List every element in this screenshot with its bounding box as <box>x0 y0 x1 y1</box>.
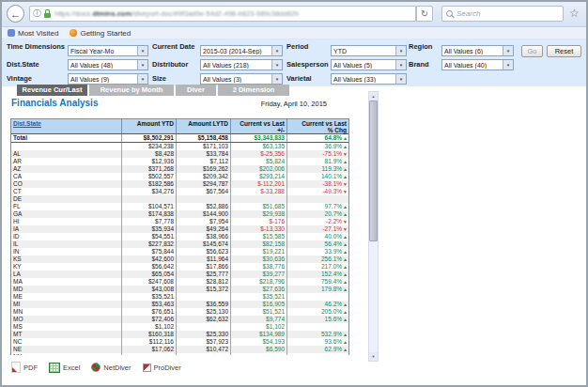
cell-amount-lytd: $144,900 <box>177 210 231 218</box>
table-row-fl: FL$104,571$52,886$51,68597.7%▲ <box>11 203 348 210</box>
bookmark-item-most-visited[interactable]: Most Visited <box>8 29 58 38</box>
cell-pct-chg: 93.6%▲ <box>287 338 348 346</box>
filter-label-size: Size <box>152 75 199 84</box>
browser-window: ← ⓘ https://docs.dimins.com/diveport-doc… <box>0 0 588 387</box>
url-bar[interactable]: ⓘ https://docs.dimins.com/diveport-doc/#… <box>29 6 416 22</box>
export-pdf[interactable]: PDF <box>11 362 38 373</box>
pct-value: 152.4% <box>321 271 342 278</box>
cell-pct-chg: 81.9%▲ <box>287 158 348 165</box>
cell-amount-lytd: $11,964 <box>177 255 231 263</box>
filter-size-dropdown[interactable]: All Values (3)▼ <box>200 73 283 85</box>
filter-current-date-dropdown[interactable]: 2015-03 (2014-Sep)▼ <box>200 45 283 56</box>
vertical-scrollbar[interactable]: ▲ ▼ <box>368 91 379 362</box>
cell-pct-chg: 56.4%▲ <box>287 240 348 248</box>
pct-value: 97.7% <box>325 203 342 210</box>
filter-distributor-dropdown[interactable]: All Values (218)▼ <box>200 59 283 70</box>
cell-pct-chg: 152.4%▲ <box>287 271 348 278</box>
cell-amount-ytd: $35,521 <box>122 293 177 301</box>
cell-amount-ytd: $12,936 <box>122 158 177 165</box>
cell-diff: $-25,356 <box>231 150 287 158</box>
export-excel[interactable]: Excel <box>49 363 80 373</box>
chevron-down-icon: ▼ <box>271 60 282 70</box>
filter-label-varietal: Varietal <box>286 75 332 84</box>
table-row-nc: NC$112,116$57,923$54,19393.6%▲ <box>11 338 348 346</box>
cell-pct-chg: 119.3%▲ <box>287 165 348 173</box>
filter-label-time-dimensions: Time Dimensions <box>7 43 67 52</box>
cell-state: MI <box>11 301 122 308</box>
cell-amount-lytd <box>177 293 231 301</box>
cell-pct-chg: 532.9%▲ <box>287 331 348 338</box>
getting-started-icon <box>70 29 77 37</box>
netdiver-icon <box>91 363 101 372</box>
cell-state: IN <box>11 248 122 255</box>
tab-2-dimension[interactable]: 2 Dimension <box>218 85 289 96</box>
scroll-up-arrow[interactable]: ▲ <box>369 92 378 101</box>
filter-brand-dropdown[interactable]: All Values (40)▼ <box>441 59 514 70</box>
cell-diff: $-112,201 <box>231 180 287 188</box>
trend-up-icon: ▲ <box>343 136 348 141</box>
column-header-dist-state[interactable]: Dist.State <box>11 119 122 133</box>
tab-revenue-by-month[interactable]: Revenue by Month <box>89 85 174 96</box>
reload-button[interactable]: ↻ <box>416 6 433 22</box>
cell-diff: $134,989 <box>231 331 287 338</box>
cell-state: AL <box>11 150 122 158</box>
cell-amount-lytd: $169,262 <box>177 165 231 173</box>
cell-amount-ytd: $1,102 <box>122 323 177 331</box>
info-icon[interactable]: ⓘ <box>33 8 41 20</box>
cell-pct-chg: -75.1%▼ <box>287 150 348 158</box>
cell-amount-lytd: $25,777 <box>177 271 231 278</box>
trend-up-icon: ▲ <box>343 175 348 179</box>
trend-down-icon: ▼ <box>343 182 348 187</box>
scrollbar-thumb[interactable] <box>369 101 378 241</box>
cell-pct-chg: 179.8%▲ <box>287 286 348 293</box>
trend-up-icon: ▲ <box>343 265 348 270</box>
export-prodiver[interactable]: ProDiver <box>143 364 181 372</box>
cell-amount-lytd <box>177 353 231 355</box>
cell-amount-ytd: $72,406 <box>122 316 177 323</box>
report-date: Friday, April 10, 2015 <box>2 100 327 108</box>
reset-button[interactable]: Reset <box>547 45 581 57</box>
filter-period-dropdown[interactable]: YTD▼ <box>331 45 407 56</box>
search-box[interactable]: Search <box>441 6 564 22</box>
filter-varietal-dropdown[interactable]: All Values (33)▼ <box>331 73 407 85</box>
cell-amount-ytd: $8,502,291 <box>122 134 177 142</box>
filter-time-dimensions-dropdown[interactable]: Fiscal Year-Mo▼ <box>68 45 148 56</box>
trend-up-icon: ▲ <box>343 280 348 285</box>
prodiver-icon <box>143 364 151 372</box>
cell-diff: $218,796 <box>231 278 287 286</box>
cell-pct-chg: 217.0%▲ <box>287 263 348 271</box>
cell-state: ID <box>11 233 122 240</box>
bookmark-star-icon[interactable]: ☆ <box>569 7 580 20</box>
cell-state: CT <box>11 188 122 195</box>
filter-vintage-dropdown[interactable]: All Values (9)▼ <box>68 73 148 85</box>
cell-diff: $-33,288 <box>231 188 287 195</box>
cell-state: NH <box>11 353 122 355</box>
pct-value: 20.7% <box>325 210 342 218</box>
cell-diff: $6,590 <box>231 346 287 353</box>
filter-salesperson-dropdown[interactable]: All Values (5)▼ <box>331 59 407 70</box>
table-row-mo: MO$72,406$62,632$9,77415.6%▲ <box>11 316 348 323</box>
cell-amount-ytd: $65,054 <box>122 271 177 278</box>
pct-value: 46.2% <box>325 301 342 308</box>
go-button[interactable]: Go <box>521 45 543 57</box>
cell-amount-ytd <box>122 195 177 203</box>
table-row-ks: KS$42,600$11,964$30,636256.1%▲ <box>11 255 348 263</box>
tab-diver[interactable]: Diver <box>176 85 216 96</box>
filter-dist-state-dropdown[interactable]: All Values (48)▼ <box>68 59 148 70</box>
cell-diff: $5,824 <box>231 158 287 165</box>
table-row-ct: CT$34,276$67,564$-33,288-49.3%▼ <box>11 188 348 195</box>
bookmark-item-getting-started[interactable]: Getting Started <box>70 29 131 38</box>
export-netdiver[interactable]: NetDiver <box>91 363 131 372</box>
cell-state: LA <box>11 271 122 278</box>
cell-state: KS <box>11 255 122 263</box>
filter-region-dropdown[interactable]: All Values (6)▼ <box>441 45 514 56</box>
export-label: NetDiver <box>103 364 131 372</box>
table-header-row: Dist.StateAmount YTDAmount LYTDCurrent v… <box>11 119 348 134</box>
tab-revenue-cur-last[interactable]: Revenue Cur/Last <box>17 85 87 96</box>
pct-value: 81.9% <box>325 158 342 165</box>
scroll-down-arrow[interactable]: ▼ <box>369 352 378 361</box>
back-button[interactable]: ← <box>7 5 24 23</box>
cell-state: AR <box>11 158 122 165</box>
cell-amount-lytd: $67,564 <box>177 188 231 195</box>
table-row-de: DE <box>11 195 348 203</box>
